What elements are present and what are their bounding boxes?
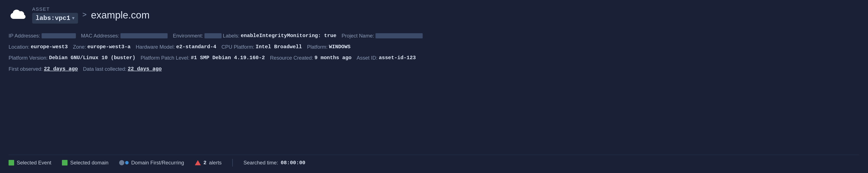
domain-recurring-icon-group bbox=[119, 160, 129, 165]
resource-created-value: 9 months ago bbox=[314, 54, 351, 61]
hardware-label: Hardware Model: bbox=[136, 43, 175, 51]
asset-id-label: Asset ID: bbox=[356, 54, 377, 61]
info-row-4: First observed: 22 days ago Data last co… bbox=[8, 65, 860, 73]
legend-selected-event: Selected Event bbox=[8, 160, 51, 166]
location-label: Location: bbox=[8, 43, 29, 51]
info-row-2: Location: europe-west3 Zone: europe-west… bbox=[8, 43, 860, 51]
environment-label: Environment: bbox=[173, 32, 203, 39]
selected-event-label: Selected Event bbox=[17, 160, 51, 166]
chevron-down-icon: ▼ bbox=[72, 16, 74, 21]
environment-value-redacted bbox=[205, 33, 222, 38]
domain-name: example.com bbox=[91, 9, 150, 21]
data-collected-label: Data last collected: bbox=[83, 65, 126, 73]
labels-value: enableIntegrityMonitoring: true bbox=[241, 32, 336, 39]
ip-label: IP Addresses: bbox=[8, 32, 40, 39]
asset-selector-value: labs:vpc1 bbox=[36, 15, 70, 22]
first-observed-label: First observed: bbox=[8, 65, 43, 73]
platform-version-value: Debian GNU/Linux 10 (buster) bbox=[49, 54, 135, 61]
project-value-redacted bbox=[375, 33, 423, 38]
platform-value: WINDOWS bbox=[329, 43, 351, 51]
data-collected-value[interactable]: 22 days ago bbox=[128, 65, 162, 73]
main-container: ASSET labs:vpc1 ▼ > example.com IP Addre… bbox=[0, 0, 868, 173]
legend-searched-time: Searched time: 08:00:00 bbox=[244, 160, 305, 166]
legend-selected-domain: Selected domain bbox=[62, 160, 108, 166]
footer-divider bbox=[232, 159, 233, 167]
legend-alerts: 2 alerts bbox=[195, 160, 222, 166]
patch-level-label: Platform Patch Level: bbox=[141, 54, 189, 61]
alert-count: 2 bbox=[204, 160, 207, 166]
cpu-label: CPU Platform: bbox=[221, 43, 254, 51]
asset-label-group: ASSET labs:vpc1 ▼ bbox=[32, 6, 78, 24]
searched-time-value: 08:00:00 bbox=[281, 160, 305, 166]
selected-domain-label: Selected domain bbox=[70, 160, 108, 166]
searched-time-label: Searched time: bbox=[244, 160, 278, 166]
footer-row: Selected Event Selected domain Domain Fi… bbox=[8, 155, 860, 169]
ip-value-redacted bbox=[41, 33, 76, 38]
location-value: europe-west3 bbox=[31, 43, 68, 51]
patch-level-value: #1 SMP Debian 4.19.160-2 bbox=[191, 54, 265, 61]
asset-id-value: asset-id-123 bbox=[379, 54, 416, 61]
breadcrumb-arrow: > bbox=[82, 11, 87, 19]
asset-selector-button[interactable]: labs:vpc1 ▼ bbox=[32, 13, 78, 24]
domain-recurring-label: Domain First/Recurring bbox=[131, 160, 184, 166]
first-observed-value[interactable]: 22 days ago bbox=[44, 65, 78, 73]
cpu-value: Intel Broadwell bbox=[256, 43, 302, 51]
zone-value: europe-west3-a bbox=[88, 43, 131, 51]
info-section: IP Addresses: MAC Addresses: Environment… bbox=[8, 32, 860, 153]
info-row-1: IP Addresses: MAC Addresses: Environment… bbox=[8, 32, 860, 39]
domain-recurring-icon bbox=[125, 161, 129, 165]
asset-label: ASSET bbox=[32, 6, 78, 12]
platform-label: Platform: bbox=[307, 43, 328, 51]
zone-label: Zone: bbox=[73, 43, 86, 51]
domain-first-icon bbox=[119, 160, 124, 165]
hardware-value: e2-standard-4 bbox=[176, 43, 216, 51]
resource-created-label: Resource Created: bbox=[270, 54, 313, 61]
selected-event-icon bbox=[8, 160, 14, 166]
platform-version-label: Platform Version: bbox=[8, 54, 48, 61]
mac-value-redacted bbox=[120, 33, 167, 38]
alert-triangle-icon bbox=[195, 160, 201, 165]
labels-label: Labels: bbox=[223, 32, 239, 39]
cloud-icon bbox=[8, 7, 28, 23]
info-row-3: Platform Version: Debian GNU/Linux 10 (b… bbox=[8, 54, 860, 61]
alerts-label: alerts bbox=[209, 160, 222, 166]
mac-label: MAC Addresses: bbox=[81, 32, 119, 39]
legend-domain-recurring: Domain First/Recurring bbox=[119, 160, 184, 166]
project-label: Project Name: bbox=[342, 32, 374, 39]
header-row: ASSET labs:vpc1 ▼ > example.com bbox=[8, 6, 860, 24]
selected-domain-icon bbox=[62, 160, 67, 166]
